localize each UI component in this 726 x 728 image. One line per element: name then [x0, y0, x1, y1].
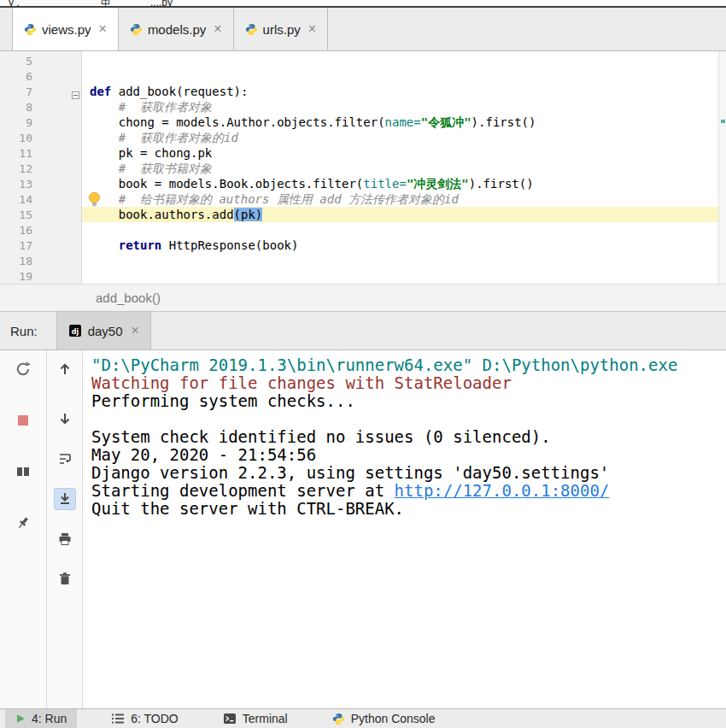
line-number: 13	[0, 177, 32, 192]
run-tab-label: day50	[88, 324, 123, 338]
console-line: May 20, 2020 - 21:54:56	[91, 446, 726, 464]
close-icon[interactable]: ×	[308, 22, 316, 36]
close-icon[interactable]: ×	[132, 324, 139, 338]
console-text: Starting development server at	[91, 481, 395, 500]
statusbar-run[interactable]: 4: Run	[5, 709, 77, 728]
todo-icon	[111, 713, 125, 725]
breadcrumb[interactable]: add_book()	[96, 291, 161, 305]
statusbar-label: Python Console	[351, 712, 436, 725]
close-icon[interactable]: ×	[99, 22, 107, 36]
soft-wrap-icon	[57, 451, 73, 467]
code-token: return	[119, 238, 162, 252]
code-token: title=	[363, 177, 407, 191]
code-token: chong = models.Author.objects.filter(	[90, 115, 385, 129]
print-button[interactable]	[54, 528, 76, 550]
editor-code[interactable]: def add_book(request): # 获取作者对象 chong = …	[82, 51, 726, 284]
code-token: name=	[385, 115, 421, 129]
code-token: pk = chong.pk	[90, 146, 212, 160]
console-text: Watching for file changes with StatReloa…	[91, 373, 512, 392]
console-line: Quit the server with CTRL-BREAK.	[91, 500, 726, 518]
console-text: System check identified no issues (0 sil…	[91, 427, 551, 446]
code-line[interactable]: return HttpResponse(book)	[82, 238, 726, 253]
run-toolbar-main	[0, 350, 47, 708]
console-text: "D:\PyCharm 2019.1.3\bin\runnerw64.exe" …	[91, 355, 677, 374]
rerun-button[interactable]	[12, 358, 34, 380]
code-line[interactable]: book.authors.add(pk)	[82, 207, 726, 222]
line-number: 19	[0, 269, 32, 285]
error-stripe-mark[interactable]	[721, 120, 725, 123]
console-text: Performing system checks...	[91, 391, 355, 410]
statusbar-terminal[interactable]: Terminal	[213, 709, 298, 728]
editor-tab-views-py[interactable]: views.py×	[12, 8, 119, 50]
editor-scrollbar[interactable]	[718, 51, 726, 284]
code-token: ).first()	[469, 177, 534, 191]
soft-wrap-button[interactable]	[54, 448, 76, 470]
pin-icon	[15, 515, 31, 531]
line-number: 9	[0, 115, 32, 131]
line-number: 16	[0, 223, 32, 238]
console-line: Performing system checks...	[91, 392, 726, 410]
editor-tab-urls-py[interactable]: urls.py×	[234, 8, 329, 50]
status-bar: 4: Run6: TODOTerminalPython Console	[0, 708, 726, 728]
tab-label: urls.py	[263, 22, 301, 37]
code-line[interactable]	[82, 53, 726, 68]
python-icon	[130, 23, 143, 36]
up-stack-trace-button[interactable]	[54, 358, 76, 380]
gutter-line: 7	[0, 84, 81, 99]
stop-button[interactable]	[12, 409, 34, 432]
run-toolwindow-label: Run:	[0, 324, 56, 338]
code-line[interactable]: # 获取作者对象	[82, 99, 726, 114]
console-link[interactable]: http://127.0.0.1:8000/	[395, 481, 610, 500]
code-token: add_book(request):	[111, 85, 248, 98]
gutter-line: 16	[0, 222, 81, 238]
svg-text:dj: dj	[71, 328, 79, 336]
statusbar-label: 4: Run	[32, 712, 67, 725]
restore-layout-button[interactable]	[12, 461, 34, 483]
code-line[interactable]: pk = chong.pk	[82, 145, 726, 161]
code-line[interactable]	[82, 268, 726, 284]
rerun-icon	[15, 361, 32, 378]
close-icon[interactable]: ×	[214, 22, 221, 36]
code-token: ).first()	[471, 115, 536, 129]
gutter-line: 13	[0, 176, 81, 191]
scroll-to-end-button[interactable]	[54, 488, 76, 510]
editor[interactable]: 5678910111213141516171819 def add_book(r…	[0, 51, 726, 284]
code-line[interactable]	[82, 253, 726, 268]
clipped-text-fragment: 中	[101, 0, 111, 8]
down-arrow-icon	[57, 411, 73, 426]
up-arrow-icon	[57, 361, 73, 377]
console-line: System check identified no issues (0 sil…	[91, 428, 726, 446]
pin-tab-button[interactable]	[12, 512, 34, 534]
code-line[interactable]: # 给书籍对象的 authors 属性用 add 方法传作者对象的id	[82, 191, 726, 207]
code-line[interactable]: def add_book(request):	[82, 84, 726, 99]
console-line: Django version 2.2.3, using settings 'da…	[91, 464, 726, 482]
console-line	[91, 410, 726, 428]
stop-icon	[15, 413, 31, 428]
console-output[interactable]: "D:\PyCharm 2019.1.3\bin\runnerw64.exe" …	[83, 350, 726, 708]
code-line[interactable]	[82, 222, 726, 238]
code-line[interactable]: book = models.Book.objects.filter(title=…	[82, 176, 726, 191]
line-number: 17	[0, 238, 32, 254]
run-toolwindow-body: "D:\PyCharm 2019.1.3\bin\runnerw64.exe" …	[0, 350, 726, 708]
gutter-line: 12	[0, 161, 81, 176]
editor-tab-models-py[interactable]: models.py×	[119, 8, 234, 50]
python-icon	[24, 23, 37, 36]
statusbar-todo[interactable]: 6: TODO	[101, 709, 189, 728]
code-line[interactable]: # 获取书籍对象	[82, 161, 726, 176]
code-line[interactable]	[82, 68, 726, 84]
console-line: Starting development server at http://12…	[91, 482, 726, 500]
down-stack-trace-button[interactable]	[54, 408, 76, 430]
code-token: book = models.Book.objects.filter(	[90, 177, 363, 191]
run-toolwindow-header: Run: dj day50 ×	[0, 312, 726, 350]
code-token: "令狐冲"	[421, 115, 471, 129]
code-line[interactable]: chong = models.Author.objects.filter(nam…	[82, 114, 726, 130]
clear-console-button[interactable]	[54, 568, 76, 590]
run-tab-day50[interactable]: dj day50 ×	[56, 312, 151, 349]
statusbar-python-console[interactable]: Python Console	[322, 709, 446, 728]
scroll-end-icon	[57, 491, 73, 507]
console-text: Django version 2.2.3, using settings 'da…	[91, 463, 609, 482]
intention-bulb-icon[interactable]	[87, 191, 102, 210]
code-line[interactable]: # 获取作者对象的id	[82, 130, 726, 145]
code-token: # 获取书籍对象	[90, 161, 212, 175]
line-number: 11	[0, 146, 32, 161]
